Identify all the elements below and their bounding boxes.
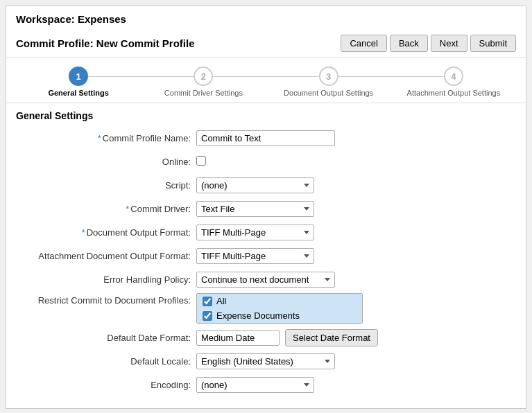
label-encoding: Encoding: — [16, 380, 196, 390]
script-select[interactable]: (none) — [196, 177, 314, 193]
checkbox-expense[interactable] — [203, 311, 212, 321]
default-locale-select[interactable]: English (United States) — [196, 353, 335, 369]
page-title: Workspace: Expenses — [6, 6, 526, 29]
step-circle-1: 1 — [69, 67, 88, 86]
label-error-handling: Error Handling Policy: — [16, 274, 196, 285]
control-attach-doc-output-format: TIFF Multi-Page — [196, 248, 516, 264]
label-doc-output-format: *Document Output Format: — [16, 227, 196, 238]
step-label-2: Commit Driver Settings — [164, 89, 243, 97]
label-default-date-format: Default Date Format: — [16, 333, 196, 343]
field-restrict-commit: Restrict Commit to Document Profiles: Al… — [16, 293, 516, 324]
control-encoding: (none) — [196, 377, 516, 393]
header-bar: Commit Profile: New Commit Profile Cance… — [6, 29, 526, 58]
control-default-date-format: Select Date Format — [196, 329, 516, 346]
multiselect-option-all[interactable]: All — [197, 294, 362, 308]
field-encoding: Encoding: (none) — [16, 375, 516, 394]
control-doc-output-format: TIFF Multi-Page — [196, 225, 516, 240]
encoding-select[interactable]: (none) — [196, 377, 314, 393]
label-script: Script: — [16, 180, 196, 191]
steps-bar: 1 General Settings 2 Commit Driver Setti… — [6, 58, 526, 103]
doc-output-format-select[interactable]: TIFF Multi-Page — [196, 225, 314, 240]
field-commit-driver: *Commit Driver: Text File — [16, 199, 516, 218]
step-circle-2: 2 — [194, 67, 213, 86]
step-2: 2 Commit Driver Settings — [141, 67, 266, 97]
option-label-expense: Expense Documents — [216, 310, 300, 321]
step-label-3: Document Output Settings — [284, 89, 373, 97]
online-checkbox[interactable] — [196, 156, 206, 166]
control-commit-profile-name — [196, 130, 516, 146]
field-online: Online: — [16, 152, 516, 171]
label-commit-profile-name: *Commit Profile Name: — [16, 133, 196, 143]
field-doc-output-format: *Document Output Format: TIFF Multi-Page — [16, 222, 516, 242]
required-star-name: * — [98, 133, 101, 143]
step-1: 1 General Settings — [16, 67, 141, 97]
date-format-row: Select Date Format — [196, 329, 516, 346]
field-script: Script: (none) — [16, 175, 516, 195]
error-handling-select[interactable]: Continue to next document — [196, 272, 335, 288]
field-default-locale: Default Locale: English (United States) — [16, 351, 516, 371]
attach-doc-output-format-select[interactable]: TIFF Multi-Page — [196, 248, 314, 264]
cancel-button[interactable]: Cancel — [341, 35, 386, 52]
step-3: 3 Document Output Settings — [266, 67, 391, 97]
step-4: 4 Attachment Output Settings — [391, 67, 516, 97]
next-button[interactable]: Next — [431, 35, 467, 52]
control-commit-driver: Text File — [196, 201, 516, 217]
control-default-locale: English (United States) — [196, 353, 516, 369]
header-buttons: Cancel Back Next Submit — [341, 35, 516, 52]
field-attach-doc-output-format: Attachment Document Output Format: TIFF … — [16, 246, 516, 265]
step-label-1: General Settings — [48, 89, 108, 97]
commit-profile-title: Commit Profile: New Commit Profile — [16, 37, 195, 49]
label-attach-doc-output-format: Attachment Document Output Format: — [16, 251, 196, 261]
checkbox-all[interactable] — [203, 297, 212, 306]
multiselect-box: All Expense Documents — [196, 293, 363, 324]
multiselect-option-expense[interactable]: Expense Documents — [197, 308, 362, 323]
step-label-4: Attachment Output Settings — [407, 89, 501, 97]
back-button[interactable]: Back — [390, 35, 428, 52]
required-star-doc: * — [82, 227, 85, 238]
section-title: General Settings — [16, 110, 516, 121]
step-circle-4: 4 — [444, 67, 463, 86]
submit-button[interactable]: Submit — [470, 35, 516, 52]
step-circle-3: 3 — [319, 67, 338, 86]
control-error-handling: Continue to next document — [196, 272, 516, 288]
control-restrict-commit: All Expense Documents — [196, 293, 516, 324]
field-error-handling: Error Handling Policy: Continue to next … — [16, 270, 516, 289]
commit-profile-name-input[interactable] — [196, 130, 335, 146]
field-commit-profile-name: *Commit Profile Name: — [16, 128, 516, 148]
label-restrict-commit: Restrict Commit to Document Profiles: — [16, 293, 196, 306]
label-commit-driver: *Commit Driver: — [16, 204, 196, 214]
label-online: Online: — [16, 157, 196, 167]
date-format-input[interactable] — [196, 330, 280, 346]
required-star-driver: * — [126, 204, 129, 214]
option-label-all: All — [216, 296, 226, 306]
select-date-format-button[interactable]: Select Date Format — [285, 329, 378, 346]
content-area: General Settings *Commit Profile Name: O… — [6, 103, 526, 408]
control-script: (none) — [196, 177, 516, 193]
label-default-locale: Default Locale: — [16, 356, 196, 367]
field-default-date-format: Default Date Format: Select Date Format — [16, 328, 516, 347]
commit-driver-select[interactable]: Text File — [196, 201, 314, 217]
control-online — [196, 156, 516, 168]
